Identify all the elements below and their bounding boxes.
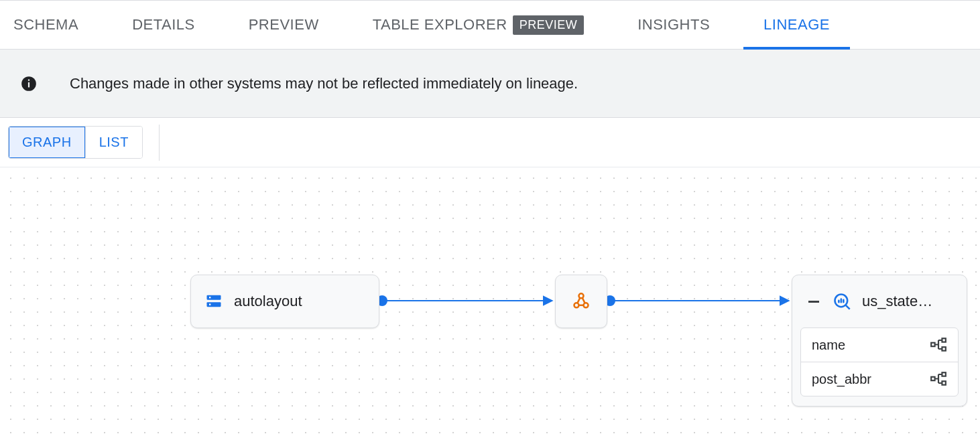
lineage-node-process[interactable]	[555, 275, 607, 328]
preview-badge: PREVIEW	[513, 15, 585, 35]
lineage-node-target-label: us_state…	[862, 293, 932, 310]
svg-rect-17	[942, 338, 945, 342]
tab-lineage[interactable]: LINEAGE	[763, 1, 830, 49]
info-icon	[20, 75, 38, 92]
svg-point-12	[574, 303, 579, 307]
lineage-node-target[interactable]: us_state… name post_abbr	[792, 275, 967, 407]
bigquery-lens-icon	[833, 292, 851, 311]
tab-insights[interactable]: INSIGHTS	[637, 1, 710, 49]
svg-rect-21	[942, 381, 945, 384]
column-name: name	[812, 338, 845, 353]
svg-rect-2	[28, 79, 29, 80]
lineage-graph-canvas[interactable]: autolayout	[0, 167, 980, 438]
svg-rect-19	[931, 377, 934, 380]
svg-rect-14	[808, 301, 819, 303]
view-toggle: GRAPH LIST	[8, 126, 143, 159]
view-graph-button[interactable]: GRAPH	[9, 127, 85, 158]
tab-preview[interactable]: PREVIEW	[249, 1, 319, 49]
collapse-toggle[interactable]	[806, 293, 822, 309]
bigquery-table-icon	[204, 292, 223, 311]
svg-rect-1	[28, 82, 29, 87]
view-list-button[interactable]: LIST	[85, 127, 142, 158]
lineage-node-source-label: autolayout	[234, 293, 302, 310]
lineage-node-columns: name post_abbr	[800, 327, 959, 396]
svg-point-13	[584, 303, 589, 307]
toolbar-divider	[159, 125, 160, 161]
view-toggle-row: GRAPH LIST	[0, 118, 980, 167]
svg-rect-10	[209, 304, 210, 305]
column-row[interactable]: name	[801, 328, 958, 362]
svg-rect-7	[207, 295, 221, 300]
column-lineage-icon[interactable]	[930, 370, 947, 388]
column-row[interactable]: post_abbr	[801, 362, 958, 396]
svg-point-11	[579, 293, 584, 298]
tab-table-explorer-label: TABLE EXPLORER	[373, 16, 507, 33]
svg-rect-18	[942, 347, 945, 350]
svg-rect-20	[942, 372, 945, 376]
column-lineage-icon[interactable]	[930, 336, 947, 354]
tabstrip: SCHEMA DETAILS PREVIEW TABLE EXPLORER PR…	[0, 0, 980, 50]
tab-details[interactable]: DETAILS	[132, 1, 195, 49]
svg-rect-16	[931, 343, 934, 346]
column-name: post_abbr	[812, 372, 871, 387]
info-message: Changes made in other systems may not be…	[70, 75, 578, 92]
tab-table-explorer[interactable]: TABLE EXPLORER PREVIEW	[373, 1, 585, 49]
lineage-node-source[interactable]: autolayout	[190, 275, 379, 328]
svg-rect-9	[209, 297, 210, 298]
dataflow-process-icon	[572, 292, 591, 311]
svg-rect-8	[207, 302, 221, 307]
info-banner: Changes made in other systems may not be…	[0, 50, 980, 118]
tab-schema[interactable]: SCHEMA	[13, 1, 78, 49]
